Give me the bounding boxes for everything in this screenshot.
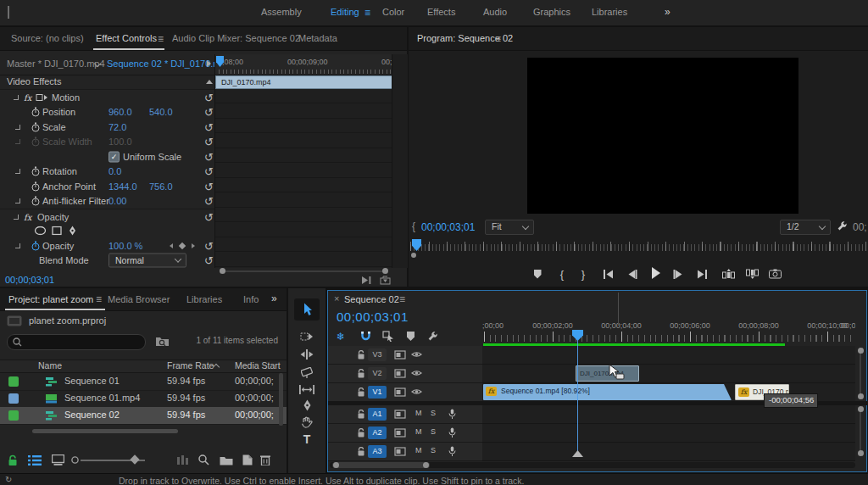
mute-button[interactable]: M	[415, 409, 422, 417]
razor-tool[interactable]	[298, 365, 316, 380]
workspace-tab-assembly[interactable]: Assembly	[261, 7, 302, 17]
project-v-scrollbar[interactable]	[279, 373, 283, 426]
mark-in-button[interactable]: {	[556, 267, 568, 281]
blend-mode-dropdown[interactable]: Normal	[108, 254, 186, 268]
timeline-tab-label[interactable]: Sequence 02	[344, 294, 399, 304]
track-visibility-eye-icon[interactable]	[411, 350, 422, 359]
solo-button[interactable]: S	[431, 427, 436, 436]
stopwatch-icon[interactable]	[31, 166, 41, 176]
effect-rotation-row[interactable]: Rotation 0.0 ↺	[0, 164, 214, 180]
tab-metadata[interactable]: Metadata	[298, 27, 337, 50]
track-visibility-eye-icon[interactable]	[411, 387, 422, 396]
clip-header-arrow-icon[interactable]	[207, 60, 211, 67]
reset-icon[interactable]: ↺	[204, 166, 214, 177]
play-button[interactable]	[649, 266, 663, 280]
track-label-a1[interactable]: A1	[368, 408, 387, 421]
project-row-sequence-02-selected[interactable]: Sequence 02 59.94 fps 00;00;00;	[0, 407, 287, 425]
timeline-timecode[interactable]: 00;00;03;01	[337, 309, 409, 324]
track-lane-v3[interactable]	[482, 346, 855, 365]
slip-tool[interactable]	[298, 382, 316, 397]
program-scrubber[interactable]	[409, 239, 868, 254]
zoom-out-icon[interactable]	[71, 456, 79, 464]
scrollbar-handle[interactable]	[858, 406, 864, 412]
track-label-v3[interactable]: V3	[368, 348, 387, 361]
tab-media-browser[interactable]: Media Browser	[108, 288, 170, 310]
playback-resolution-dropdown[interactable]: 1/2	[780, 220, 831, 235]
sync-lock-icon[interactable]	[394, 369, 406, 378]
export-frame-icon[interactable]	[380, 276, 391, 285]
search-bins-icon[interactable]	[155, 335, 170, 347]
go-to-in-button[interactable]	[602, 268, 614, 280]
track-label-v1[interactable]: V1	[368, 386, 387, 399]
track-header-v1[interactable]: V1	[328, 383, 482, 402]
scrollbar-handle[interactable]	[423, 462, 429, 468]
scrollbar-handle[interactable]	[220, 268, 225, 274]
uniform-scale-checkbox[interactable]: ✓	[108, 151, 120, 162]
effect-scale-row[interactable]: Scale 72.0 ↺	[0, 120, 214, 135]
export-frame-button[interactable]	[768, 268, 782, 280]
stopwatch-icon[interactable]	[31, 196, 41, 206]
extract-button[interactable]	[745, 268, 759, 280]
column-frame-rate[interactable]: Frame Rate	[167, 360, 214, 371]
scrollbar-handle[interactable]	[411, 253, 416, 258]
solo-button[interactable]: S	[431, 446, 436, 454]
step-forward-button[interactable]	[672, 268, 684, 280]
scale-value[interactable]: 72.0	[108, 122, 126, 132]
row-name[interactable]: Sequence 02	[64, 410, 120, 420]
stopwatch-icon[interactable]	[31, 181, 41, 192]
timeline-settings-wrench-icon[interactable]	[427, 331, 438, 342]
sync-lock-icon[interactable]	[394, 387, 406, 397]
ec-h-scrollbar[interactable]	[214, 268, 407, 275]
lock-icon[interactable]	[357, 369, 365, 378]
row-name[interactable]: Sequence 01.mp4	[64, 393, 140, 403]
ec-clip-bar[interactable]: DJI_0170.mp4	[215, 75, 392, 89]
workspace-tab-editing[interactable]: Editing	[331, 7, 359, 17]
previous-keyframe-icon[interactable]	[170, 243, 173, 248]
tab-audio-clip-mixer[interactable]: Audio Clip Mixer: Sequence 02	[172, 27, 300, 50]
label-color-chip[interactable]	[8, 376, 19, 387]
automate-to-sequence-icon[interactable]	[177, 455, 189, 465]
project-row-sequence-01[interactable]: Sequence 01 59.94 fps 00;00;00;	[0, 373, 287, 391]
new-item-icon[interactable]	[242, 454, 253, 465]
ec-mini-ruler[interactable]: ;08;00 00;00;09;00 00;	[215, 54, 392, 75]
reset-icon[interactable]: ↺	[204, 92, 214, 103]
reset-icon[interactable]: ↺	[204, 181, 214, 192]
effect-position-row[interactable]: Position 960.0 540.0 ↺	[0, 105, 214, 120]
project-h-scrollbar[interactable]	[32, 429, 178, 433]
position-x-value[interactable]: 960.0	[108, 107, 132, 117]
label-color-chip[interactable]	[8, 393, 19, 404]
track-lane-a2[interactable]	[482, 424, 855, 443]
lock-icon[interactable]	[357, 350, 365, 360]
workspace-editing-menu-icon[interactable]: ≡	[364, 7, 370, 19]
find-icon[interactable]	[198, 454, 209, 465]
sync-lock-icon[interactable]	[394, 428, 406, 438]
workspace-tab-audio[interactable]: Audio	[483, 7, 507, 17]
program-menu-icon[interactable]: ≡	[495, 33, 501, 45]
track-header-a3[interactable]: A3 M S	[328, 443, 482, 461]
effect-motion-row[interactable]: fx Motion ↺	[0, 90, 214, 105]
track-label-v2[interactable]: V2	[368, 367, 387, 380]
row-name[interactable]: Sequence 01	[64, 376, 120, 386]
linked-selection-icon[interactable]	[382, 331, 394, 342]
project-row-sequence-01-mp4[interactable]: Sequence 01.mp4 59.94 fps 00;00;00;	[0, 390, 287, 408]
collapse-section-icon[interactable]	[206, 80, 213, 84]
play-only-audio-icon[interactable]	[362, 276, 372, 284]
reset-icon[interactable]: ↺	[204, 151, 214, 162]
timeline-v-scrollbar-audio[interactable]	[860, 410, 861, 452]
stopwatch-icon-active[interactable]	[31, 241, 41, 251]
pen-tool[interactable]	[298, 398, 316, 413]
track-visibility-eye-icon[interactable]	[411, 369, 422, 377]
program-timecode[interactable]: 00;00;03;01	[421, 221, 475, 233]
reset-icon[interactable]: ↺	[204, 196, 214, 207]
lock-icon[interactable]	[357, 447, 365, 456]
new-bin-icon[interactable]	[220, 455, 233, 465]
project-menu-icon[interactable]: ≡	[96, 293, 102, 305]
anchor-y-value[interactable]: 756.0	[149, 181, 173, 192]
voiceover-mic-icon[interactable]	[448, 446, 456, 457]
twirl-open-icon[interactable]	[14, 95, 19, 100]
next-keyframe-icon[interactable]	[192, 243, 195, 248]
sync-lock-icon[interactable]	[394, 410, 406, 419]
workspace-tab-libraries[interactable]: Libraries	[592, 7, 627, 17]
track-header-a1[interactable]: A1 M S	[328, 405, 482, 424]
track-lane-a3[interactable]	[482, 443, 855, 461]
